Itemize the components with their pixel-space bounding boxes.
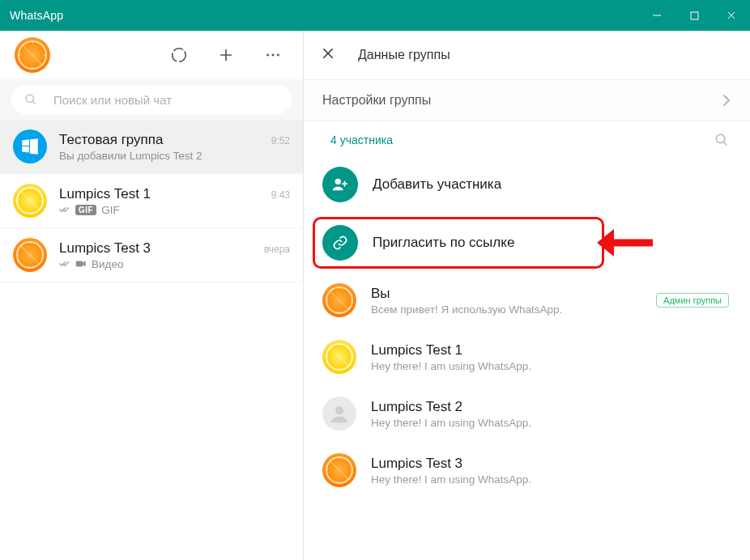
member-row[interactable]: Lumpics Test 3 Hey there! I am using Wha… xyxy=(303,442,750,498)
minimize-icon xyxy=(652,11,662,20)
status-button[interactable] xyxy=(164,46,194,64)
svg-point-3 xyxy=(272,54,275,57)
member-status: Hey there! I am using WhatsApp. xyxy=(371,417,729,429)
group-settings-row[interactable]: Настройки группы xyxy=(303,79,750,121)
chat-subtitle: Вы добавили Lumpics Test 2 xyxy=(59,150,290,162)
window-title: WhatsApp xyxy=(10,9,63,22)
person-add-icon xyxy=(331,176,349,193)
panel-header: Данные группы xyxy=(303,31,750,79)
titlebar: WhatsApp xyxy=(0,0,750,31)
left-header xyxy=(0,31,303,79)
invite-link-row[interactable]: Пригласить по ссылке xyxy=(303,214,750,272)
chat-item[interactable]: Lumpics Test 1 9:43 GIF GIF xyxy=(0,174,303,228)
windows-logo-icon xyxy=(19,136,40,157)
arrow-left-icon xyxy=(596,226,653,260)
chat-avatar xyxy=(13,184,47,218)
participants-count: 4 участника xyxy=(330,134,393,146)
member-row[interactable]: Lumpics Test 1 Hey there! I am using Wha… xyxy=(303,329,750,385)
search-icon[interactable] xyxy=(714,133,729,147)
content-area: Тестовая группа 9:52 Вы добавили Lumpics… xyxy=(0,31,750,560)
admin-badge: Админ группы xyxy=(656,293,729,308)
chat-time: вчера xyxy=(264,244,290,255)
chat-name: Lumpics Test 1 xyxy=(59,186,151,202)
add-member-icon-circle xyxy=(322,167,358,202)
plus-icon xyxy=(217,46,235,64)
maximize-icon xyxy=(690,11,699,20)
close-panel-button[interactable] xyxy=(321,46,335,64)
minimize-button[interactable] xyxy=(638,0,675,31)
group-settings-label: Настройки группы xyxy=(322,93,431,108)
chat-avatar xyxy=(13,238,47,272)
add-member-row[interactable]: Добавить участника xyxy=(303,155,750,214)
chat-name: Lumpics Test 3 xyxy=(59,240,151,257)
close-icon xyxy=(727,11,736,20)
member-row[interactable]: Lumpics Test 2 Hey there! I am using Wha… xyxy=(303,385,750,442)
maximize-button[interactable] xyxy=(675,0,713,31)
invite-link-icon-circle xyxy=(322,225,358,261)
search-icon xyxy=(24,93,37,106)
chat-subtitle: Видео xyxy=(59,258,290,270)
chat-avatar xyxy=(13,129,47,163)
chat-name: Тестовая группа xyxy=(59,132,164,148)
delivered-check-icon xyxy=(59,206,70,214)
close-icon xyxy=(321,46,335,61)
close-window-button[interactable] xyxy=(713,0,750,31)
search-input[interactable] xyxy=(53,93,279,107)
my-avatar[interactable] xyxy=(15,37,50,73)
search-row xyxy=(0,79,303,120)
svg-point-2 xyxy=(266,54,269,57)
person-icon xyxy=(327,401,352,426)
svg-point-9 xyxy=(335,406,343,414)
svg-point-8 xyxy=(335,179,341,185)
member-row[interactable]: Вы Всем привет! Я использую WhatsApp. Ад… xyxy=(303,272,750,329)
video-icon xyxy=(75,260,87,268)
status-ring-icon xyxy=(170,46,188,64)
pane-divider xyxy=(303,31,304,560)
member-status: Всем привет! Я использую WhatsApp. xyxy=(371,303,641,316)
svg-point-1 xyxy=(173,49,186,62)
member-avatar xyxy=(322,397,356,431)
chat-time: 9:52 xyxy=(271,135,290,146)
left-pane: Тестовая группа 9:52 Вы добавили Lumpics… xyxy=(0,31,303,560)
member-name: Lumpics Test 2 xyxy=(371,399,729,415)
member-avatar xyxy=(322,283,356,317)
dots-icon xyxy=(264,46,282,64)
panel-title: Данные группы xyxy=(358,48,450,62)
add-member-label: Добавить участника xyxy=(373,176,729,193)
invite-link-label: Пригласить по ссылке xyxy=(373,235,729,251)
gif-badge: GIF xyxy=(75,205,96,215)
chat-subtitle: GIF GIF xyxy=(59,204,290,216)
svg-point-4 xyxy=(277,54,279,57)
participants-count-row: 4 участника xyxy=(303,121,750,155)
app-window: WhatsApp xyxy=(0,0,750,560)
chat-time: 9:43 xyxy=(271,189,290,201)
chat-list[interactable]: Тестовая группа 9:52 Вы добавили Lumpics… xyxy=(0,120,303,560)
menu-button[interactable] xyxy=(258,46,288,64)
group-info-panel: Данные группы Настройки группы 4 участни… xyxy=(303,31,750,560)
svg-rect-6 xyxy=(76,261,83,267)
chat-item[interactable]: Lumpics Test 3 вчера Видео xyxy=(0,228,303,282)
chevron-right-icon xyxy=(722,94,731,107)
member-name: Lumpics Test 1 xyxy=(371,342,729,358)
annotation-arrow xyxy=(596,226,653,260)
new-chat-button[interactable] xyxy=(211,46,241,64)
chat-item[interactable]: Тестовая группа 9:52 Вы добавили Lumpics… xyxy=(0,120,303,174)
member-avatar xyxy=(322,453,356,487)
member-name: Lumpics Test 3 xyxy=(371,456,729,472)
svg-rect-0 xyxy=(691,12,698,19)
search-box[interactable] xyxy=(11,85,292,114)
window-controls xyxy=(638,0,750,31)
member-name: Вы xyxy=(371,286,641,302)
delivered-check-icon xyxy=(59,260,70,268)
link-icon xyxy=(332,235,348,251)
member-status: Hey there! I am using WhatsApp. xyxy=(371,360,729,372)
member-avatar xyxy=(322,340,356,374)
member-status: Hey there! I am using WhatsApp. xyxy=(371,473,729,486)
